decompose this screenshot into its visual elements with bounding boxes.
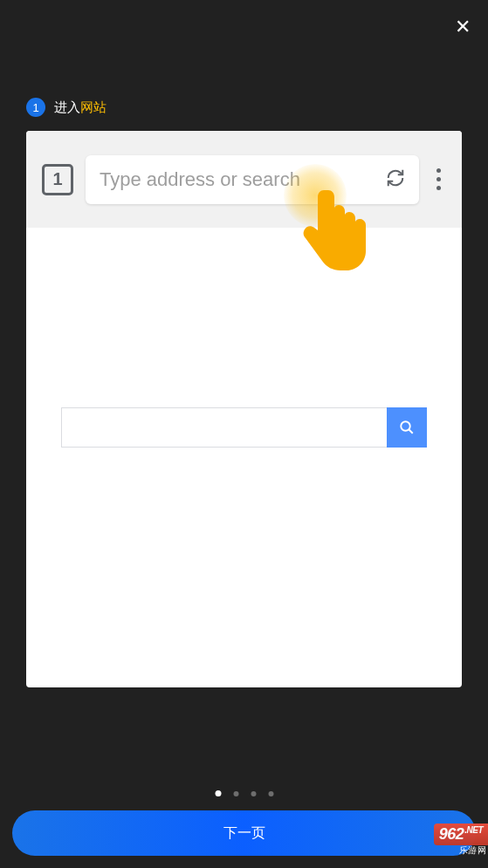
search-icon (399, 420, 415, 435)
watermark: 962.NET 乐游网 (376, 817, 488, 856)
browser-toolbar: 1 Type address or search (26, 131, 462, 228)
tutorial-screenshot: 1 Type address or search (26, 131, 462, 687)
search-button[interactable] (387, 407, 427, 448)
page-dot-1[interactable] (215, 790, 221, 796)
page-dot-4[interactable] (268, 791, 273, 796)
step-header: 1 进入网站 (26, 98, 107, 117)
svg-line-1 (409, 429, 413, 434)
tab-count-button[interactable]: 1 (42, 164, 73, 195)
step-text-prefix: 进入 (54, 99, 80, 114)
page-dot-2[interactable] (233, 791, 238, 796)
watermark-main: 962 (439, 825, 464, 843)
step-title: 进入网站 (54, 99, 107, 116)
search-input[interactable] (61, 407, 387, 448)
close-button[interactable]: ✕ (455, 16, 471, 38)
page-dot-3[interactable] (251, 791, 256, 796)
pagination-dots (215, 790, 273, 796)
address-placeholder: Type address or search (100, 168, 377, 191)
menu-button[interactable] (431, 168, 446, 190)
watermark-suffix: .NET (464, 825, 483, 835)
search-row (61, 407, 427, 448)
browser-content (26, 228, 462, 448)
step-number-badge: 1 (26, 98, 45, 117)
step-text-highlight: 网站 (80, 99, 107, 114)
watermark-logo: 962.NET (434, 824, 488, 845)
address-bar[interactable]: Type address or search (86, 155, 419, 204)
reload-icon[interactable] (386, 168, 405, 191)
svg-point-0 (401, 421, 410, 431)
watermark-subtitle: 乐游网 (459, 844, 487, 857)
